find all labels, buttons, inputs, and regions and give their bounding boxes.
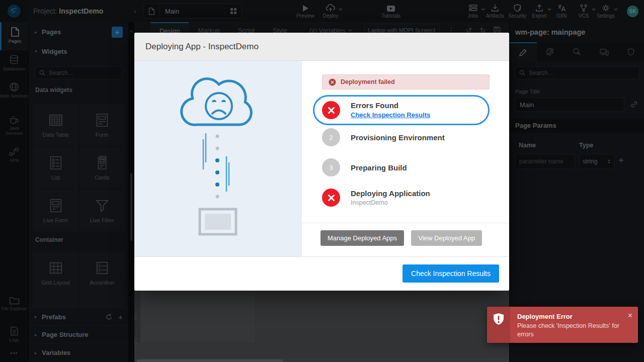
step-provisioning: 2 Provisioning Environment — [313, 128, 490, 146]
toast-title: Deployment Error — [517, 313, 573, 320]
step-deploying-application: Deploying Application InspectDemo — [313, 189, 490, 207]
manage-deployed-apps-button[interactable]: Manage Deployed Apps — [320, 230, 404, 246]
toast-icon-strip — [487, 307, 510, 343]
wavemaker-studio: Project: InspectDemo › Main Preview Depl… — [0, 0, 644, 362]
modal-actions: Manage Deployed Apps View Deployed App — [313, 230, 490, 246]
check-inspection-results-link[interactable]: Check Inspection Results — [351, 111, 430, 119]
deploy-status-pane: Deployment failed Errors Found Check Ins… — [302, 61, 509, 256]
deployment-failed-alert: Deployment failed — [322, 74, 490, 89]
shield-exclamation-icon — [493, 313, 504, 326]
toast-message: Please check 'Inspection Results' for er… — [517, 322, 621, 339]
deploy-failed-illustration — [134, 61, 302, 256]
error-x-icon — [322, 101, 340, 119]
step-number-badge: 3 — [322, 158, 340, 176]
deployment-error-toast: Deployment Error Please check 'Inspectio… — [487, 307, 638, 343]
check-inspection-results-button[interactable]: Check Inspection Results — [403, 264, 499, 283]
deploy-modal: Deploying App - InspectDemo — [134, 33, 509, 291]
modal-title: Deploying App - InspectDemo — [134, 33, 509, 61]
error-x-icon — [322, 189, 340, 207]
modal-footer: Check Inspection Results — [134, 256, 509, 291]
modal-body: Deployment failed Errors Found Check Ins… — [134, 61, 509, 256]
close-icon[interactable]: ✕ — [627, 312, 633, 319]
divider — [302, 223, 509, 223]
sad-cloud-icon — [178, 76, 259, 237]
step-number-badge: 2 — [322, 128, 340, 146]
step-errors-found: Errors Found Check Inspection Results — [313, 95, 490, 125]
error-circle-icon — [329, 78, 336, 86]
view-deployed-app-button[interactable]: View Deployed App — [411, 230, 482, 246]
step-preparing-build: 3 Preparing Build — [313, 158, 490, 176]
